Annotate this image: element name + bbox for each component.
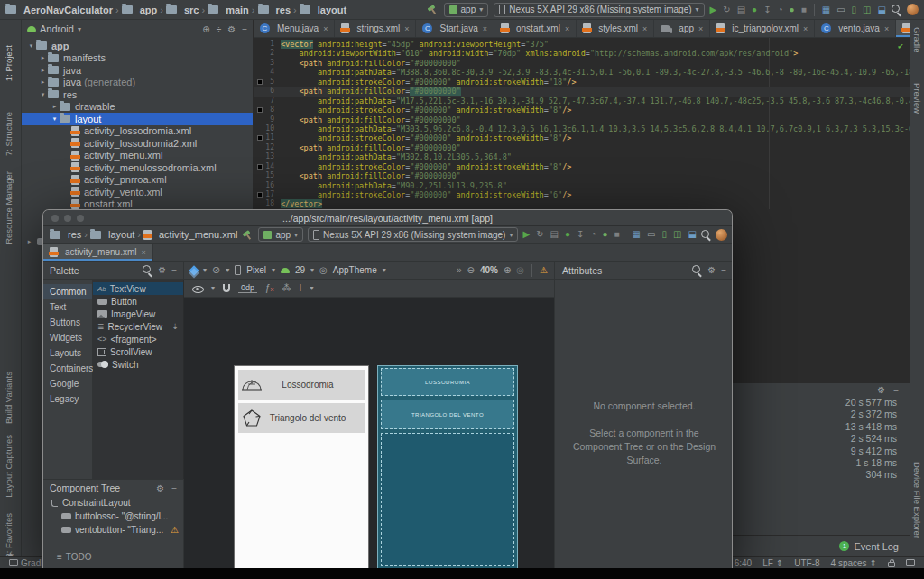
close-window-icon[interactable] xyxy=(51,215,59,222)
expand-arrow-icon[interactable]: ▸ xyxy=(38,67,48,74)
event-log-bar[interactable]: 1 Event Log xyxy=(733,535,910,556)
apply-changes-icon[interactable]: ↻ xyxy=(723,5,730,14)
palette-item[interactable]: AbTextView xyxy=(93,282,183,295)
hide-panel-icon[interactable]: − xyxy=(242,24,247,34)
design-mode-icon[interactable] xyxy=(189,265,199,275)
tool-stripe-project[interactable]: 1: Project xyxy=(4,45,14,81)
orientation-icon[interactable]: ⊘ xyxy=(212,264,220,276)
tree-item[interactable]: ▸java (generated) xyxy=(22,77,253,89)
color-swatch[interactable] xyxy=(257,107,263,113)
collapse-all-icon[interactable]: ÷ xyxy=(217,24,222,34)
project-view-selector[interactable]: Android xyxy=(40,23,74,34)
tree-item[interactable]: activity_pnrroa.xml xyxy=(22,174,253,187)
search-icon[interactable] xyxy=(143,265,152,275)
palette-item[interactable]: Button xyxy=(93,295,183,308)
palette-item[interactable]: ScrollView xyxy=(93,345,183,358)
api-level-selector[interactable]: 29 xyxy=(295,265,305,275)
close-icon[interactable]: × xyxy=(698,24,703,33)
blueprint-root-layout[interactable] xyxy=(381,433,514,566)
apply-changes-icon[interactable]: ↻ xyxy=(536,230,543,239)
palette-category-containers[interactable]: Containers xyxy=(43,361,92,376)
expand-arrow-icon[interactable]: ▸ xyxy=(38,54,48,61)
palette-item[interactable]: ≣RecyclerView⇣ xyxy=(93,320,183,333)
more-actions-icon[interactable]: » xyxy=(457,265,462,275)
inspection-ok-icon[interactable]: ✔ xyxy=(898,41,903,51)
blueprint-button-lossodromia[interactable]: LOSSODROMIA xyxy=(381,368,514,396)
terminal-icon[interactable]: ▭ xyxy=(836,5,845,14)
attach-debugger-icon[interactable]: ↧ xyxy=(577,230,584,239)
palette-item[interactable]: <><fragment> xyxy=(93,333,183,345)
minimize-window-icon[interactable] xyxy=(64,215,71,222)
expand-arrow-icon[interactable]: ▾ xyxy=(38,91,48,98)
module-selector[interactable]: app ▾ xyxy=(258,227,303,242)
tree-item[interactable]: ▸java xyxy=(22,64,253,77)
tree-item[interactable]: ▾app xyxy=(22,40,253,52)
run-configurations-icon[interactable]: ▤ xyxy=(737,5,745,14)
design-surface[interactable]: Lossodromia Triangolo del vento LOSSODRO… xyxy=(184,298,554,568)
breadcrumb-item[interactable]: app xyxy=(122,5,158,15)
run-icon[interactable]: ▶ xyxy=(710,5,717,14)
breadcrumb-item[interactable]: layout xyxy=(90,229,134,240)
device-selector[interactable]: Nexus 5X API 29 x86 (Missing system imag… xyxy=(494,3,704,17)
profiler-icon[interactable]: ◔ xyxy=(590,230,596,239)
tree-item[interactable]: activity_lossodromia.xml xyxy=(22,125,253,138)
tree-item[interactable]: onstart.xml xyxy=(22,198,253,211)
close-icon[interactable]: × xyxy=(565,24,569,33)
breadcrumb-item[interactable]: res xyxy=(258,5,291,15)
editor-tab[interactable]: Cvento.java× xyxy=(815,20,896,37)
expand-arrow-icon[interactable]: ▸ xyxy=(24,238,34,245)
palette-category-buttons[interactable]: Buttons xyxy=(43,315,92,330)
palette-category-widgets[interactable]: Widgets xyxy=(43,330,92,345)
editor-tab[interactable]: CStart.java× xyxy=(416,20,494,37)
hide-panel-icon[interactable]: − xyxy=(721,265,726,275)
blueprint-preview[interactable]: LOSSODROMIA TRIANGOLO DEL VENTO xyxy=(377,365,518,568)
gear-icon[interactable]: ⚙ xyxy=(707,265,716,275)
tree-item[interactable]: activity_menulossodromia.xml xyxy=(22,161,253,174)
module-selector[interactable]: app ▾ xyxy=(444,3,489,17)
close-icon[interactable]: × xyxy=(141,248,145,257)
expand-arrow-icon[interactable]: ▸ xyxy=(50,103,60,110)
palette-item[interactable]: Switch xyxy=(93,358,183,371)
encoding-selector[interactable]: UTF-8 xyxy=(794,558,819,568)
profile-app-icon[interactable]: ● xyxy=(790,5,795,14)
tree-item[interactable]: ▾res xyxy=(22,88,253,101)
editor-tab[interactable]: onstart.xml× xyxy=(494,20,577,37)
color-swatch[interactable] xyxy=(257,135,263,141)
attach-debugger-icon[interactable]: ↧ xyxy=(763,5,771,14)
hide-panel-icon[interactable]: − xyxy=(171,265,177,275)
sdk-manager-icon[interactable]: ⬓ xyxy=(688,230,696,239)
search-icon[interactable] xyxy=(692,265,702,275)
sdk-manager-icon[interactable]: ⬓ xyxy=(878,5,886,14)
palette-category-legacy[interactable]: Legacy xyxy=(43,391,92,407)
avd-manager-icon[interactable]: ▯ xyxy=(852,5,857,14)
tool-stripe-device-file-explorer[interactable]: Device File Explorer xyxy=(912,462,922,538)
tree-item[interactable]: ▸manifests xyxy=(22,52,253,65)
design-preview[interactable]: Lossodromia Triangolo del vento xyxy=(234,365,369,568)
tree-item[interactable]: activity_vento.xml xyxy=(22,186,253,198)
gear-icon[interactable]: ⚙ xyxy=(227,24,236,34)
close-icon[interactable]: × xyxy=(323,24,328,33)
tool-stripe-preview[interactable]: Preview xyxy=(912,83,922,114)
project-structure-icon[interactable]: ▦ xyxy=(633,230,641,239)
tree-item[interactable]: ▾layout xyxy=(22,113,253,125)
palette-item[interactable]: ImageView xyxy=(93,308,183,320)
avatar[interactable] xyxy=(907,4,919,15)
tool-stripe-layout-captures[interactable]: Layout Captures xyxy=(4,435,14,498)
device-manager-icon[interactable]: ◫ xyxy=(673,230,681,239)
editor-tab[interactable]: activity_menu.xml × xyxy=(43,244,153,261)
indent-selector[interactable]: 4 spaces⇕ xyxy=(831,558,877,568)
stop-icon[interactable]: ■ xyxy=(801,5,807,14)
readonly-lock-icon[interactable] xyxy=(888,562,895,567)
device-in-editor-selector[interactable]: Pixel xyxy=(246,265,266,275)
build-hammer-icon[interactable] xyxy=(242,229,254,241)
line-ending-selector[interactable]: LF⇕ xyxy=(762,558,783,568)
expand-arrow-icon[interactable]: ▸ xyxy=(38,78,48,86)
autoconnect-magnet-icon[interactable] xyxy=(223,284,230,292)
editor-tab[interactable]: styles.xml× xyxy=(577,20,654,37)
breadcrumb-item[interactable]: main xyxy=(208,5,249,15)
close-icon[interactable]: × xyxy=(404,24,409,33)
tree-item[interactable]: ▸drawable xyxy=(22,101,253,114)
default-margin-field[interactable]: 0dp xyxy=(238,283,257,293)
palette-category-layouts[interactable]: Layouts xyxy=(43,345,92,361)
profile-app-icon[interactable]: ● xyxy=(602,230,607,239)
